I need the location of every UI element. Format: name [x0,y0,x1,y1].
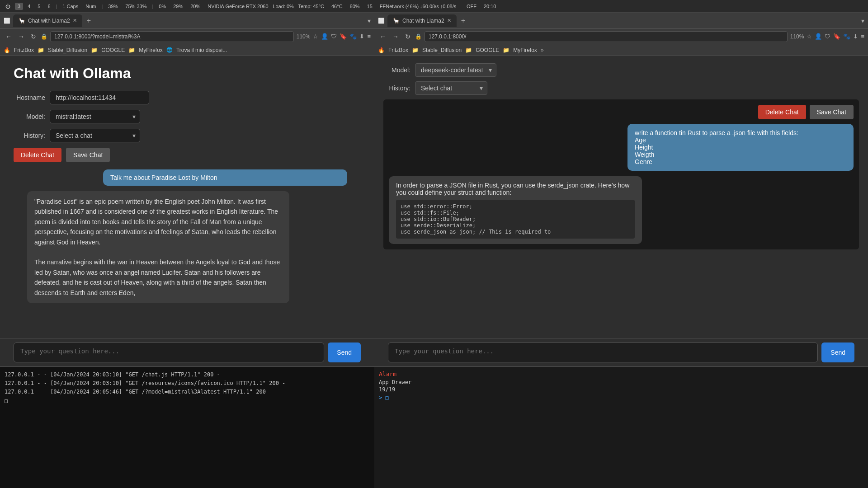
ai-message-p2: The narrative begins with the war in Hea… [34,257,282,298]
right-tab[interactable]: 🦙 Chat with Llama2 ✕ [387,14,457,27]
right-tab-bar: ⬜ 🦙 Chat with Llama2 ✕ + ▾ [374,13,868,29]
right-user-msg-weight: Weigth [635,151,846,158]
history-select[interactable]: Select a chat [50,129,140,142]
right-history-row: History: Select chat [383,81,859,95]
left-bookmark-sep2: 📁 [91,47,98,53]
left-tab-close[interactable]: ✕ [73,18,77,23]
right-delete-chat-button[interactable]: Delete Chat [758,105,806,119]
prompt-char: > [379,394,382,401]
left-page-content: Chat with Ollama Hostname Model: mistral… [0,56,374,338]
terminal-line1: 127.0.0.1 - - [04/Jan/2024 20:03:10] "GE… [5,371,370,379]
right-bookmark-sep2: 📁 [465,47,472,53]
hostname-label: Hostname [14,94,45,101]
left-forward-button[interactable]: → [16,32,26,41]
user-message-bubble: Talk me about Paradise Lost by Milton [103,169,347,186]
taskbar-ws3[interactable]: 3 [15,3,23,10]
right-code-line2: use std::fs::File; [401,210,630,216]
right-tab-icon: ⬜ [378,18,385,24]
right-tab-close[interactable]: ✕ [447,18,451,23]
right-code-line4: use serde::Deserialize; [401,222,630,229]
left-tab-favicon: 🦙 [19,18,25,24]
right-terminal: Alarm App Drawer 19/19 > □ [374,366,868,488]
right-history-select-wrapper: Select chat [415,81,487,95]
left-bookmark-google[interactable]: GOOGLE [101,47,125,53]
model-select-wrapper: mistral:latest [50,110,140,123]
left-reload-button[interactable]: ↻ [29,32,38,41]
model-select[interactable]: mistral:latest [50,110,140,123]
right-bookmark-myfirefox[interactable]: MyFirefox [513,47,537,53]
taskbar-ws6[interactable]: 6 [45,3,53,10]
model-row: Model: mistral:latest [14,110,361,123]
left-url-bar[interactable] [50,31,294,42]
taskbar-clock: 20:10 [481,3,499,10]
right-reload-button[interactable]: ↻ [403,32,412,41]
taskbar-power[interactable]: ⏻ [3,3,13,10]
right-code-line3: use std::io::BufReader; [401,216,630,222]
right-bookmark-fritzbox[interactable]: FritzBox [388,47,408,53]
taskbar-network: FFNetwork (46%) ↓60.08/s ↑0.08/s [377,3,459,10]
taskbar-ws4[interactable]: 4 [25,3,33,10]
left-bookmark-stable[interactable]: Stable_Diffusion [48,47,87,53]
right-star-icon[interactable]: ☆ [807,33,812,40]
right-code-line5: use serde_json as json; // This is requi… [401,229,630,235]
right-save-chat-button[interactable]: Save Chat [810,105,854,119]
hostname-input[interactable] [50,91,149,104]
left-bookmark-trova[interactable]: Trova il mio disposi... [176,47,227,53]
right-lock-icon: 🔒 [415,33,422,40]
action-buttons-row: Delete Chat Save Chat [14,148,361,162]
right-url-bar[interactable] [425,31,788,42]
left-star-icon[interactable]: ☆ [313,33,318,40]
model-label: Model: [14,113,45,120]
taskbar: ⏻ 3 4 5 6 | 1 Caps Num | 39% 75% 33% | 0… [0,0,868,13]
right-new-tab[interactable]: + [459,17,467,25]
left-chat-input[interactable] [14,343,324,362]
save-chat-button[interactable]: Save Chat [66,148,110,162]
right-back-button[interactable]: ← [378,32,388,41]
right-chat-input[interactable] [388,343,818,362]
left-nav-icon5[interactable]: ⬇ [359,33,364,40]
left-tab-menu[interactable]: ▾ [368,17,371,24]
right-user-msg-line1: write a function tin Rust to parse a .js… [635,129,846,136]
left-terminal: 127.0.0.1 - - [04/Jan/2024 20:03:10] "GE… [0,366,374,488]
taskbar-sep2: | [101,4,103,9]
right-bookmarks-bar: 🔥 FritzBox 📁 Stable_Diffusion 📁 GOOGLE 📁… [374,44,868,56]
left-new-tab[interactable]: + [85,17,93,25]
left-bookmark-myfirefox[interactable]: MyFirefox [139,47,163,53]
taskbar-sep3: | [152,4,153,9]
right-nav-icon5[interactable]: ⬇ [853,33,858,40]
right-ai-message: In order to parse a JSON file in Rust, y… [389,176,642,244]
right-tab-favicon: 🦙 [393,18,400,24]
right-bookmark-more[interactable]: » [541,47,544,53]
right-nav-icon3[interactable]: 🔖 [833,33,840,40]
taskbar-gpu: NVIDIA GeForce RTX 2060 - Load: 0% - Tem… [205,3,327,10]
right-nav-icon1[interactable]: 👤 [815,33,822,40]
left-send-button[interactable]: Send [328,343,361,362]
left-tab[interactable]: 🦙 Chat with Llama2 ✕ [13,14,82,27]
taskbar-ws5[interactable]: 5 [35,3,43,10]
left-zoom-level: 110% [297,33,311,40]
taskbar-cpu1: 0% [156,3,169,10]
left-nav-icon4[interactable]: 🐾 [349,33,357,40]
left-nav-icon1[interactable]: 👤 [321,33,328,40]
right-bookmark-google[interactable]: GOOGLE [476,47,499,53]
left-back-button[interactable]: ← [4,32,14,41]
left-nav-icon3[interactable]: 🔖 [340,33,347,40]
taskbar-volume: 75% 33% [123,3,149,10]
left-nav-icon6[interactable]: ≡ [367,33,371,40]
taskbar-num: Num [83,3,99,10]
right-tab-menu[interactable]: ▾ [861,17,864,24]
taskbar-notif: 15 [364,3,375,10]
left-nav-icon2[interactable]: 🛡 [331,33,337,40]
right-model-select[interactable]: deepseek-coder:latest [415,63,496,77]
right-send-button[interactable]: Send [821,343,854,362]
right-history-select[interactable]: Select chat [415,81,487,95]
right-forward-button[interactable]: → [391,32,401,41]
right-nav-icon6[interactable]: ≡ [861,33,864,40]
right-bookmark-stable[interactable]: Stable_Diffusion [422,47,462,53]
left-bookmark-fritzbox[interactable]: FritzBox [14,47,34,53]
right-nav-icon2[interactable]: 🛡 [825,33,830,40]
delete-chat-button[interactable]: Delete Chat [14,148,61,162]
right-nav-icon4[interactable]: 🐾 [843,33,850,40]
left-nav-icons: 👤 🛡 🔖 🐾 ⬇ ≡ [321,33,371,40]
left-input-area: Send [0,338,374,366]
